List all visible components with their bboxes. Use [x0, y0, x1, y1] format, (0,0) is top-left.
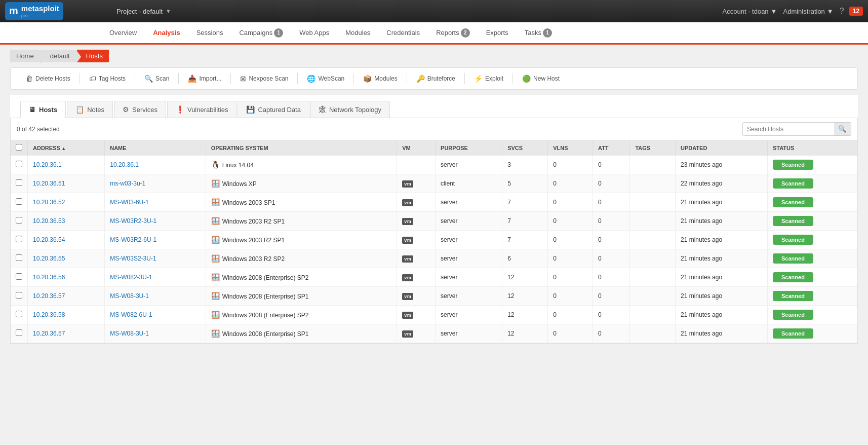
row-checkbox[interactable] — [16, 217, 22, 224]
att-col-header[interactable]: ATT — [593, 140, 630, 156]
address-link[interactable]: 10.20.36.58 — [33, 311, 65, 318]
breadcrumb-default[interactable]: default — [41, 50, 76, 62]
svcs-col-header[interactable]: SVCS — [502, 140, 548, 156]
os-col-header[interactable]: OPERATING SYSTEM — [206, 140, 397, 156]
row-checkbox-cell[interactable] — [11, 306, 28, 324]
nav-item-webapps[interactable]: Web Apps — [291, 22, 337, 44]
row-checkbox-cell[interactable] — [11, 193, 28, 212]
nav-item-tasks[interactable]: Tasks 1 — [517, 22, 560, 44]
row-checkbox[interactable] — [16, 179, 22, 186]
address-link[interactable]: 10.20.36.53 — [33, 217, 65, 225]
vm-col-header[interactable]: VM — [397, 140, 436, 156]
nexpose-scan-button[interactable]: ⊠ Nexpose Scan — [235, 72, 293, 85]
tab-captured-data[interactable]: 💾 Captured Data — [238, 101, 309, 118]
nav-item-modules[interactable]: Modules — [337, 22, 378, 44]
nav-item-sessions[interactable]: Sessions — [188, 22, 231, 44]
scan-button[interactable]: 🔍 Scan — [139, 72, 174, 85]
address-link[interactable]: 10.20.36.51 — [33, 180, 65, 187]
nav-item-campaigns[interactable]: Campaigns 1 — [231, 22, 291, 44]
address-cell: 10.20.36.53 — [28, 212, 105, 231]
admin-label[interactable]: Administration — [783, 8, 824, 15]
row-checkbox-cell[interactable] — [11, 268, 28, 287]
nav-item-overview[interactable]: Overview — [101, 22, 145, 44]
address-col-header[interactable]: ADDRESS — [28, 140, 105, 156]
tab-notes[interactable]: 📋 Notes — [67, 101, 113, 118]
name-col-header[interactable]: NAME — [105, 140, 206, 156]
address-link[interactable]: 10.20.36.56 — [33, 274, 65, 281]
account-label[interactable]: Account - tdoan — [723, 8, 769, 15]
exploit-button[interactable]: ⚡ Exploit — [469, 72, 508, 85]
address-link[interactable]: 10.20.36.54 — [33, 236, 65, 243]
address-link[interactable]: 10.20.36.1 — [33, 161, 62, 168]
modules-button[interactable]: 📦 Modules — [358, 72, 402, 85]
tab-network-topology[interactable]: 🕸 Network Topology — [310, 101, 390, 118]
name-link[interactable]: MS-W082-6U-1 — [110, 311, 152, 318]
updated-cell: 21 minutes ago — [676, 249, 768, 268]
name-link[interactable]: MS-W03S2-3U-1 — [110, 255, 156, 262]
import-button[interactable]: 📥 Import... — [183, 72, 226, 85]
name-link[interactable]: MS-W082-3U-1 — [110, 274, 152, 281]
new-host-button[interactable]: 🟢 New Host — [517, 72, 565, 85]
search-button[interactable]: 🔍 — [834, 123, 851, 135]
vm-badge: vm — [402, 237, 413, 244]
search-box[interactable]: 🔍 — [742, 122, 851, 136]
nav-item-analysis[interactable]: Analysis — [145, 22, 188, 45]
updated-col-header[interactable]: UPDATED — [676, 140, 768, 156]
name-link[interactable]: MS-W03-6U-1 — [110, 199, 149, 206]
row-checkbox-cell[interactable] — [11, 156, 28, 174]
name-link[interactable]: MS-W03R2-6U-1 — [110, 236, 156, 243]
address-link[interactable]: 10.20.36.55 — [33, 255, 65, 262]
purpose-col-header[interactable]: PURPOSE — [436, 140, 502, 156]
vlns-col-header[interactable]: VLNS — [548, 140, 593, 156]
row-checkbox[interactable] — [16, 292, 22, 299]
name-link[interactable]: MS-W08-3U-1 — [110, 292, 149, 300]
row-checkbox[interactable] — [16, 329, 22, 336]
project-selector[interactable]: Project - default ▼ — [116, 8, 171, 15]
row-checkbox[interactable] — [16, 273, 22, 280]
help-icon[interactable]: ? — [840, 7, 844, 16]
nav-item-exports[interactable]: Exports — [478, 22, 517, 44]
row-checkbox-cell[interactable] — [11, 324, 28, 343]
tab-services[interactable]: ⚙ Services — [114, 101, 166, 118]
row-checkbox-cell[interactable] — [11, 231, 28, 249]
row-checkbox[interactable] — [16, 198, 22, 205]
delete-hosts-button[interactable]: 🗑 Delete Hosts — [21, 72, 75, 85]
row-checkbox-cell[interactable] — [11, 212, 28, 231]
tasks-badge: 1 — [543, 28, 552, 38]
status-col-header[interactable]: STATUS — [767, 140, 857, 156]
logo-box[interactable]: m metasploit pro — [5, 2, 63, 21]
nav-item-credentials[interactable]: Credentials — [378, 22, 428, 44]
row-checkbox-cell[interactable] — [11, 287, 28, 306]
new-host-label: New Host — [533, 75, 560, 82]
webscan-button[interactable]: 🌐 WebScan — [302, 72, 349, 85]
tag-hosts-button[interactable]: 🏷 Tag Hosts — [84, 72, 131, 85]
bruteforce-button[interactable]: 🔑 Bruteforce — [411, 72, 460, 85]
select-all-checkbox[interactable] — [16, 144, 22, 151]
address-link[interactable]: 10.20.36.57 — [33, 330, 65, 337]
select-all-col[interactable] — [11, 140, 28, 156]
row-checkbox-cell[interactable] — [11, 174, 28, 193]
name-link[interactable]: MS-W03R2-3U-1 — [110, 217, 156, 225]
row-checkbox[interactable] — [16, 254, 22, 261]
row-checkbox[interactable] — [16, 311, 22, 317]
search-input[interactable] — [743, 123, 834, 135]
vlns-cell: 0 — [548, 212, 593, 231]
tab-vulnerabilities[interactable]: ❗ Vulnerabilities — [167, 101, 236, 118]
breadcrumb-hosts[interactable]: Hosts — [77, 50, 109, 62]
row-checkbox[interactable] — [16, 161, 22, 167]
name-link[interactable]: ms-w03-3u-1 — [110, 180, 145, 187]
nav-item-reports[interactable]: Reports 2 — [428, 22, 478, 44]
row-checkbox-cell[interactable] — [11, 249, 28, 268]
svcs-cell: 6 — [502, 249, 548, 268]
breadcrumb-home[interactable]: Home — [10, 50, 40, 62]
address-link[interactable]: 10.20.36.57 — [33, 292, 65, 300]
modules-label: Modules — [374, 75, 397, 82]
name-link[interactable]: MS-W08-3U-1 — [110, 330, 149, 337]
name-link[interactable]: 10.20.36.1 — [110, 161, 139, 168]
notification-badge[interactable]: 12 — [849, 7, 863, 16]
tab-hosts[interactable]: 🖥 Hosts — [20, 101, 66, 118]
tags-col-header[interactable]: TAGS — [630, 140, 676, 156]
address-link[interactable]: 10.20.36.52 — [33, 199, 65, 206]
row-checkbox[interactable] — [16, 236, 22, 242]
purpose-cell: server — [436, 249, 502, 268]
